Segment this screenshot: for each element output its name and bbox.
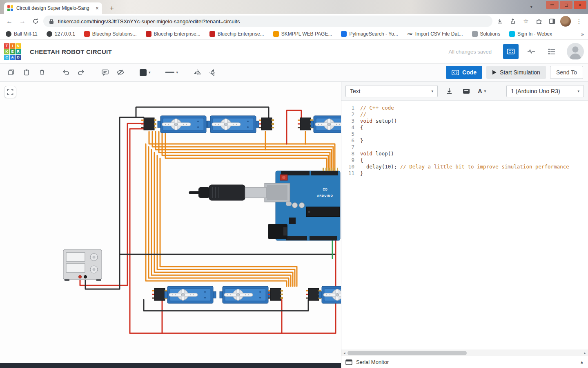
browser-menu-icon[interactable]: ⋮: [574, 16, 584, 26]
component-list-view-button[interactable]: [544, 44, 559, 59]
bookmark-item[interactable]: SKMPPL WEB PAGE...: [273, 31, 332, 37]
bookmark-item[interactable]: 127.0.0.1: [47, 31, 75, 37]
wire-style-dropdown[interactable]: ▾: [163, 66, 181, 79]
bookmark-item[interactable]: Bluechip Enterprise...: [146, 31, 200, 37]
tinkercad-logo[interactable]: TINKERCAD: [4, 43, 21, 60]
maximize-button[interactable]: [560, 1, 572, 9]
back-icon[interactable]: ←: [4, 16, 15, 27]
bookmark-favicon: [341, 31, 347, 37]
circuit-canvas[interactable]: ∞ ARDUINO: [0, 82, 341, 368]
line-number: 2: [341, 111, 354, 118]
share-icon[interactable]: [508, 16, 518, 26]
copy-icon[interactable]: [4, 66, 18, 79]
logo-tile: I: [10, 43, 15, 49]
extensions-puzzle-icon[interactable]: [534, 16, 544, 26]
usb-cable[interactable]: [190, 185, 266, 200]
chevron-down-icon: ▾: [577, 89, 579, 93]
scroll-right-icon[interactable]: ►: [582, 350, 588, 356]
servo-motor[interactable]: [319, 286, 341, 303]
serial-monitor-bar[interactable]: Serial Monitor ▲: [341, 356, 588, 368]
delete-icon[interactable]: [35, 66, 49, 79]
code-mode-value: Text: [350, 88, 361, 94]
refresh-icon[interactable]: [30, 16, 41, 27]
line-number: 11: [341, 170, 354, 177]
browser-profile-avatar[interactable]: [560, 16, 571, 27]
bookmark-label: Bluechip Solutions...: [92, 31, 137, 37]
arduino-board[interactable]: ∞ ARDUINO: [265, 168, 340, 240]
bookmark-item[interactable]: Sign In - Webex: [509, 31, 552, 37]
minimize-button[interactable]: [546, 1, 559, 9]
components-drawer-collapsed[interactable]: [0, 363, 341, 368]
bookmark-label: Ball Mill-11: [14, 31, 38, 37]
collapse-icon[interactable]: ▲: [580, 360, 584, 364]
board-select[interactable]: 1 (Arduino Uno R3) ▾: [506, 85, 584, 97]
code-button[interactable]: Code: [446, 66, 482, 79]
close-button[interactable]: ×: [574, 1, 586, 9]
servo-connector[interactable]: [306, 288, 321, 301]
paste-icon[interactable]: [20, 66, 33, 79]
servo-motor[interactable]: [207, 116, 259, 133]
toggle-annotations-icon[interactable]: [114, 66, 127, 79]
send-to-button[interactable]: Send To: [550, 66, 583, 79]
mirror-vertical-icon[interactable]: [206, 66, 220, 79]
bookmark-item[interactable]: Bluechip Solutions...: [84, 31, 137, 37]
code-mode-select[interactable]: Text ▾: [345, 85, 438, 97]
servo-motor[interactable]: [165, 286, 216, 303]
design-title: CHEETAH ROBOT CIRCUIT: [30, 48, 112, 55]
bookmark-label: Import CSV File Dat...: [415, 31, 463, 37]
bookmarks-overflow-icon[interactable]: »: [581, 31, 584, 37]
mirror-horizontal-icon[interactable]: [190, 66, 204, 79]
servo-motor[interactable]: [158, 116, 209, 133]
side-panel-icon[interactable]: [547, 16, 557, 26]
bookmark-favicon: [472, 31, 478, 37]
horizontal-scrollbar[interactable]: ◄ ►: [341, 350, 588, 356]
new-tab-button[interactable]: +: [107, 3, 117, 13]
lock-icon: [49, 18, 54, 24]
undo-icon[interactable]: [59, 66, 73, 79]
browser-tab[interactable]: Circuit design Super Migelo-Sang ×: [4, 2, 102, 14]
logo-tile: D: [16, 55, 21, 60]
servo-motor[interactable]: [220, 286, 271, 303]
redo-icon[interactable]: [74, 66, 88, 79]
scrollbar-thumb[interactable]: [347, 351, 467, 355]
address-bar[interactable]: tinkercad.com/things/3JftTSXnYYc-super-m…: [43, 16, 492, 27]
send-to-label: Send To: [556, 69, 577, 76]
tab-search-icon[interactable]: ▾: [530, 4, 532, 9]
start-simulation-button[interactable]: Start Simulation: [486, 66, 546, 79]
bookmark-item[interactable]: PyImageSearch - Yo...: [341, 31, 398, 37]
bookmark-label: Sign In - Webex: [517, 31, 552, 37]
schematic-view-button[interactable]: [523, 44, 539, 59]
bookmark-item[interactable]: Solutions: [472, 31, 500, 37]
servo-connector[interactable]: [268, 288, 283, 301]
user-avatar[interactable]: [567, 43, 584, 60]
download-code-icon[interactable]: [443, 85, 455, 97]
color-dropdown[interactable]: ▾: [137, 66, 153, 79]
zoom-to-fit-button[interactable]: [4, 86, 16, 98]
text-size-control[interactable]: A▾: [478, 88, 486, 94]
code-library-icon[interactable]: [461, 85, 472, 97]
bookmark-star-icon[interactable]: ☆: [521, 16, 531, 26]
bookmark-item[interactable]: CWImport CSV File Dat...: [407, 31, 463, 37]
line-number: 4: [341, 124, 354, 131]
servo-motor[interactable]: [311, 116, 341, 133]
servo-connector[interactable]: [298, 118, 313, 130]
notes-icon[interactable]: [98, 66, 112, 79]
servo-connector[interactable]: [259, 118, 274, 130]
url-text: tinkercad.com/things/3JftTSXnYYc-super-m…: [58, 18, 240, 25]
tab-close-icon[interactable]: ×: [96, 5, 99, 11]
download-icon[interactable]: [495, 16, 505, 26]
logo-tile: R: [16, 49, 21, 54]
bookmark-favicon: [6, 31, 11, 37]
power-supply[interactable]: [63, 249, 102, 281]
app-header: TINKERCAD CHEETAH ROBOT CIRCUIT All chan…: [0, 40, 588, 63]
bookmark-item[interactable]: Bluechip Enterprise...: [209, 31, 264, 37]
servo-connector[interactable]: [141, 118, 156, 130]
forward-icon[interactable]: →: [17, 16, 28, 27]
code-line: }: [360, 137, 569, 144]
breadboard-view-button[interactable]: [503, 44, 519, 59]
color-swatch: [140, 69, 147, 76]
editor-toolbar: ▾ ▾ Code Start Simulation Send To: [0, 63, 588, 82]
bookmark-item[interactable]: Ball Mill-11: [6, 31, 38, 37]
code-editor[interactable]: 1234567891011 // C++ code//void setup(){…: [341, 101, 588, 350]
scroll-left-icon[interactable]: ◄: [341, 350, 347, 356]
